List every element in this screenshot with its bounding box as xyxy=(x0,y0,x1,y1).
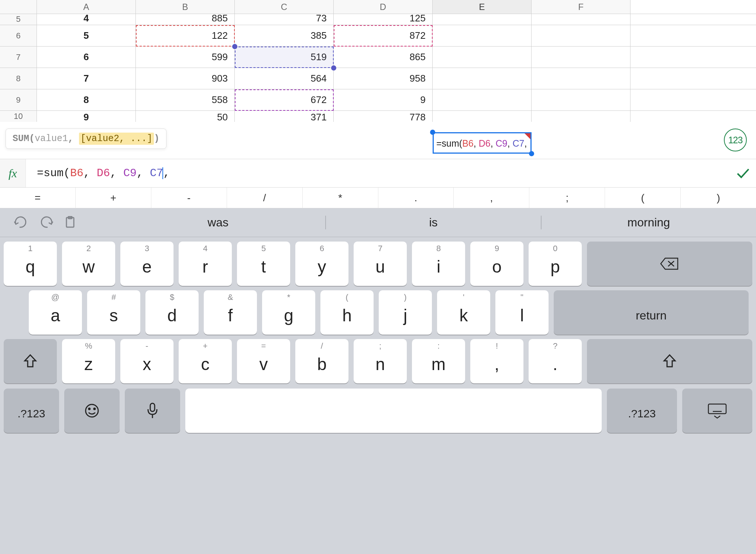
key-dismiss-keyboard[interactable] xyxy=(682,389,752,433)
operator-key[interactable]: ) xyxy=(681,188,756,208)
cell[interactable]: 564 xyxy=(235,68,334,89)
key-space[interactable] xyxy=(185,389,602,433)
operator-key[interactable]: . xyxy=(378,188,454,208)
confirm-button[interactable] xyxy=(730,168,756,179)
operator-key[interactable]: = xyxy=(0,188,76,208)
key-w[interactable]: 2w xyxy=(62,242,115,286)
row-number[interactable]: 10 xyxy=(0,111,37,122)
key-period[interactable]: ?. xyxy=(529,339,582,383)
cell[interactable]: 519 xyxy=(235,47,334,68)
suggestion[interactable]: morning xyxy=(541,216,756,229)
operator-key[interactable]: , xyxy=(454,188,529,208)
key-t[interactable]: 5t xyxy=(237,242,290,286)
key-n[interactable]: ;n xyxy=(354,339,407,383)
cell[interactable]: 122 xyxy=(136,25,235,46)
key-k[interactable]: 'k xyxy=(437,290,490,335)
key-comma[interactable]: !, xyxy=(470,339,523,383)
row-number[interactable]: 5 xyxy=(0,14,37,25)
cell[interactable] xyxy=(433,14,532,25)
operator-key[interactable]: - xyxy=(151,188,227,208)
key-a[interactable]: @a xyxy=(29,290,82,335)
key-u[interactable]: 7u xyxy=(354,242,407,286)
key-q[interactable]: 1q xyxy=(4,242,57,286)
key-o[interactable]: 9o xyxy=(470,242,523,286)
row-number[interactable]: 7 xyxy=(0,47,37,68)
cell[interactable] xyxy=(433,25,532,46)
cell[interactable]: 4 xyxy=(37,14,136,25)
selection-handle[interactable] xyxy=(331,65,336,71)
cell[interactable]: 778 xyxy=(334,111,433,122)
suggestion[interactable]: was xyxy=(111,216,326,229)
key-r[interactable]: 4r xyxy=(179,242,232,286)
undo-icon[interactable] xyxy=(13,216,28,229)
cell[interactable]: 5 xyxy=(37,25,136,46)
corner-cell[interactable] xyxy=(0,0,37,14)
key-j[interactable]: )j xyxy=(379,290,432,335)
col-header-d[interactable]: D xyxy=(334,0,433,14)
cell[interactable]: 371 xyxy=(235,111,334,122)
col-header-c[interactable]: C xyxy=(235,0,334,14)
selection-handle[interactable] xyxy=(430,130,435,135)
col-header-b[interactable]: B xyxy=(136,0,235,14)
grid[interactable]: A B C D E F 5 4 885 73 125 6 5 122 385 8… xyxy=(0,0,756,122)
key-x[interactable]: -x xyxy=(120,339,173,383)
cell[interactable] xyxy=(433,47,532,68)
key-backspace[interactable] xyxy=(587,242,752,286)
cell[interactable]: 599 xyxy=(136,47,235,68)
key-s[interactable]: #s xyxy=(87,290,140,335)
key-y[interactable]: 6y xyxy=(295,242,348,286)
cell[interactable] xyxy=(532,47,630,68)
key-l[interactable]: "l xyxy=(495,290,549,335)
cell[interactable]: 385 xyxy=(235,25,334,46)
row-number[interactable]: 8 xyxy=(0,68,37,89)
key-d[interactable]: $d xyxy=(145,290,199,335)
cell[interactable] xyxy=(532,25,630,46)
key-v[interactable]: =v xyxy=(237,339,290,383)
key-b[interactable]: /b xyxy=(295,339,348,383)
row-number[interactable]: 6 xyxy=(0,25,37,46)
operator-key[interactable]: / xyxy=(227,188,303,208)
col-header-f[interactable]: F xyxy=(532,0,630,14)
key-i[interactable]: 8i xyxy=(412,242,465,286)
cell[interactable]: 672 xyxy=(235,89,334,110)
key-return[interactable]: return xyxy=(554,290,749,335)
key-shift[interactable] xyxy=(587,339,752,383)
cell[interactable] xyxy=(433,68,532,89)
key-numswitch[interactable]: .?123 xyxy=(607,389,677,433)
key-emoji[interactable] xyxy=(64,389,120,433)
numeric-keypad-toggle[interactable]: 123 xyxy=(724,129,747,151)
key-shift[interactable] xyxy=(4,339,57,383)
key-z[interactable]: %z xyxy=(62,339,115,383)
cell[interactable] xyxy=(532,89,630,110)
cell[interactable]: 872 xyxy=(334,25,433,46)
selection-handle[interactable] xyxy=(529,151,534,156)
operator-key[interactable]: ( xyxy=(605,188,681,208)
cell[interactable] xyxy=(532,111,630,122)
operator-key[interactable]: * xyxy=(303,188,378,208)
redo-icon[interactable] xyxy=(39,216,54,229)
selection-handle[interactable] xyxy=(232,44,237,49)
cell[interactable]: 558 xyxy=(136,89,235,110)
cell[interactable]: 9 xyxy=(334,89,433,110)
cell[interactable]: 125 xyxy=(334,14,433,25)
cell[interactable]: 885 xyxy=(136,14,235,25)
key-g[interactable]: *g xyxy=(262,290,315,335)
row-number[interactable]: 9 xyxy=(0,89,37,110)
cell[interactable]: 73 xyxy=(235,14,334,25)
clipboard-icon[interactable] xyxy=(65,216,77,229)
key-p[interactable]: 0p xyxy=(529,242,582,286)
cell[interactable] xyxy=(433,89,532,110)
cell[interactable]: 50 xyxy=(136,111,235,122)
key-e[interactable]: 3e xyxy=(120,242,173,286)
operator-key[interactable]: ; xyxy=(529,188,605,208)
suggestion[interactable]: is xyxy=(326,216,541,229)
cell[interactable]: 9 xyxy=(37,111,136,122)
key-dictate[interactable] xyxy=(125,389,180,433)
operator-key[interactable]: + xyxy=(76,188,151,208)
cell[interactable]: 6 xyxy=(37,47,136,68)
fx-icon[interactable]: fx xyxy=(0,159,26,187)
cell[interactable] xyxy=(532,68,630,89)
key-f[interactable]: &f xyxy=(204,290,257,335)
cell[interactable] xyxy=(433,111,532,122)
key-h[interactable]: (h xyxy=(320,290,374,335)
